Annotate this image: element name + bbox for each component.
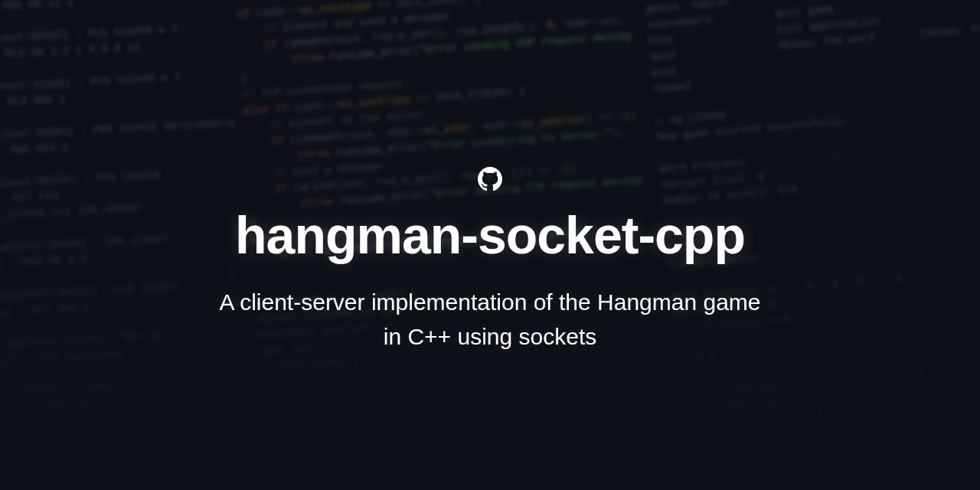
hero-content: hangman-socket-cpp A client-server imple… [0,0,980,490]
repo-description: A client-server implementation of the Ha… [214,285,766,354]
repo-title: hangman-socket-cpp [235,205,745,265]
github-icon [478,167,502,191]
